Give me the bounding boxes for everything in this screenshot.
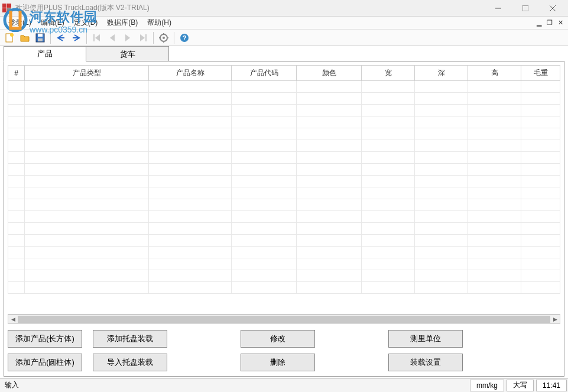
col-depth[interactable]: 深: [415, 66, 468, 81]
separator: [174, 32, 174, 44]
separator: [86, 32, 87, 44]
add-pallet-button[interactable]: 添加托盘装载: [93, 330, 167, 348]
table-row[interactable]: [8, 176, 560, 187]
table-row[interactable]: [8, 235, 560, 247]
maximize-button[interactable]: [512, 1, 538, 15]
status-input: 输入: [1, 380, 468, 391]
table-row[interactable]: [8, 270, 560, 282]
status-unit: mm/kg: [470, 380, 504, 391]
save-button[interactable]: [33, 31, 47, 45]
scroll-left-icon[interactable]: ◀: [8, 315, 18, 323]
col-type[interactable]: 产品类型: [25, 66, 149, 81]
scroll-right-icon[interactable]: ▶: [550, 315, 560, 323]
col-width[interactable]: 宽: [362, 66, 415, 81]
help-icon: ?: [179, 33, 190, 43]
minimize-button[interactable]: [485, 1, 511, 15]
mdi-minimize-button[interactable]: ▁: [535, 19, 543, 27]
window-title: 欢迎使用PLUS TruckLoad(版本 V2-TRIAL): [15, 3, 485, 13]
tab-product[interactable]: 产品: [4, 46, 86, 61]
toolbar: ?: [0, 30, 568, 46]
table-row[interactable]: [8, 140, 560, 152]
tab-truck[interactable]: 货车: [86, 46, 169, 61]
add-cylinder-button[interactable]: 添加产品(圆柱体): [8, 354, 82, 371]
product-table: # 产品类型 产品名称 产品代码 颜色 宽 深 高 毛重: [8, 65, 560, 294]
statusbar: 输入 mm/kg 大写 11:41: [0, 378, 568, 392]
undo-button[interactable]: [54, 31, 68, 45]
status-time: 11:41: [536, 380, 567, 391]
svg-rect-12: [38, 34, 43, 37]
content-area: 产品 货车 # 产品类型 产品名称 产品代码 颜色 宽: [4, 46, 564, 377]
svg-text:?: ?: [183, 34, 187, 41]
col-weight[interactable]: 毛重: [521, 66, 560, 81]
menu-define[interactable]: 定义(D): [69, 17, 103, 29]
table-row[interactable]: [8, 105, 560, 116]
svg-rect-1: [2, 4, 7, 8]
col-height[interactable]: 高: [468, 66, 521, 81]
gear-icon: [158, 33, 169, 43]
close-button[interactable]: [540, 1, 566, 15]
arrow-right-icon: [71, 33, 82, 43]
next-button[interactable]: [121, 31, 135, 45]
scroll-thumb[interactable]: [18, 316, 550, 323]
prev-button[interactable]: [105, 31, 119, 45]
table-body: [8, 81, 560, 294]
app-icon: [2, 4, 12, 13]
modify-button[interactable]: 修改: [241, 330, 315, 348]
delete-button[interactable]: 删除: [241, 354, 315, 371]
table-row[interactable]: [8, 199, 560, 211]
svg-rect-13: [38, 38, 43, 41]
folder-open-icon: [20, 33, 30, 43]
tab-panel: # 产品类型 产品名称 产品代码 颜色 宽 深 高 毛重: [4, 61, 564, 377]
first-icon: [92, 33, 102, 43]
menubar: 登录(L) 编辑(E) 定义(D) 数据库(B) 帮助(H) ▁ ❐ ✕: [0, 17, 568, 30]
titlebar: 欢迎使用PLUS TruckLoad(版本 V2-TRIAL): [0, 0, 568, 17]
table-row[interactable]: [8, 282, 560, 294]
table-row[interactable]: [8, 187, 560, 199]
table-row[interactable]: [8, 116, 560, 128]
col-color[interactable]: 颜色: [297, 66, 362, 81]
menu-login[interactable]: 登录(L): [4, 17, 36, 29]
horizontal-scrollbar[interactable]: ◀ ▶: [8, 315, 560, 324]
table-row[interactable]: [8, 152, 560, 164]
separator: [153, 32, 154, 44]
menu-edit[interactable]: 编辑(E): [36, 17, 69, 29]
table-row[interactable]: [8, 223, 560, 235]
table-row[interactable]: [8, 211, 560, 223]
settings-button[interactable]: [157, 31, 171, 45]
add-cuboid-button[interactable]: 添加产品(长方体): [8, 330, 82, 348]
col-num[interactable]: #: [8, 66, 25, 81]
last-icon: [138, 33, 148, 43]
close-icon: [550, 5, 556, 11]
table-container: # 产品类型 产品名称 产品代码 颜色 宽 深 高 毛重: [8, 65, 560, 315]
mdi-close-button[interactable]: ✕: [556, 19, 564, 27]
redo-button[interactable]: [69, 31, 83, 45]
table-row[interactable]: [8, 247, 560, 258]
svg-rect-4: [7, 8, 11, 12]
new-button[interactable]: [2, 31, 17, 45]
open-button[interactable]: [18, 31, 32, 45]
load-setting-button[interactable]: 装载设置: [388, 354, 463, 371]
tabs: 产品 货车: [4, 46, 564, 61]
table-row[interactable]: [8, 128, 560, 140]
last-button[interactable]: [136, 31, 150, 45]
table-row[interactable]: [8, 164, 560, 176]
svg-rect-6: [522, 5, 528, 11]
action-buttons: 添加产品(长方体) 添加托盘装载 修改 测里单位 添加产品(圆柱体) 导入托盘装…: [4, 324, 564, 376]
menu-database[interactable]: 数据库(B): [102, 17, 142, 29]
mdi-restore-button[interactable]: ❐: [546, 19, 554, 27]
menu-help[interactable]: 帮助(H): [142, 17, 176, 29]
maximize-icon: [522, 5, 528, 11]
svg-rect-2: [7, 4, 11, 8]
col-name[interactable]: 产品名称: [149, 66, 232, 81]
table-row[interactable]: [8, 81, 560, 93]
unit-button[interactable]: 测里单位: [388, 330, 463, 348]
table-row[interactable]: [8, 258, 560, 270]
table-row[interactable]: [8, 93, 560, 105]
import-pallet-button[interactable]: 导入托盘装载: [93, 354, 167, 371]
first-button[interactable]: [90, 31, 104, 45]
status-caps: 大写: [507, 380, 534, 391]
col-code[interactable]: 产品代码: [232, 66, 297, 81]
next-icon: [122, 33, 133, 43]
prev-icon: [107, 33, 118, 43]
help-button[interactable]: ?: [177, 31, 192, 45]
